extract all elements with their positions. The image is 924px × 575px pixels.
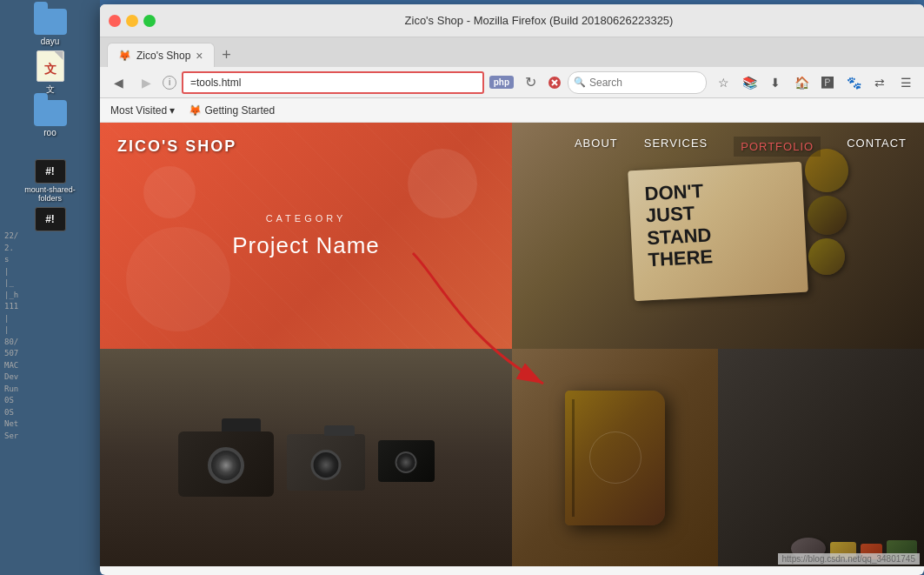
- getting-started-bookmark[interactable]: 🦊 Getting Started: [185, 103, 278, 118]
- spices-bg: https://blog.csdn.net/qq_34801745: [718, 349, 924, 566]
- camera-top-large: [222, 418, 261, 431]
- url-bar[interactable]: [182, 71, 484, 94]
- close-button[interactable]: [109, 15, 121, 27]
- desktop-icon-roo-label: roo: [43, 128, 56, 137]
- most-visited-bookmark[interactable]: Most Visited ▾: [107, 103, 178, 118]
- desktop-icon-roo[interactable]: roo: [34, 100, 67, 137]
- book-display-bg: [512, 349, 718, 566]
- back-button[interactable]: ◀: [107, 71, 130, 94]
- camera-medium: [287, 425, 365, 491]
- menu-button[interactable]: ☰: [894, 71, 917, 94]
- book-text: DON'TJUSTSTANDTHERE: [628, 162, 808, 284]
- active-tab[interactable]: 🦊 Zico's Shop ×: [107, 43, 215, 67]
- pocket-button[interactable]: 🅿: [816, 71, 839, 94]
- camera-lens-large: [208, 447, 244, 484]
- camera-lens-medium: [310, 450, 341, 480]
- title-bar: Zico's Shop - Mozilla Firefox (Build 201…: [100, 4, 924, 37]
- maximize-button[interactable]: [143, 15, 156, 27]
- desktop-icon-dayu[interactable]: dayu: [34, 9, 67, 46]
- tab-label: Zico's Shop: [136, 50, 190, 62]
- refresh-button[interactable]: ↻: [519, 71, 542, 94]
- window-title: Zico's Shop - Mozilla Firefox (Build 201…: [163, 14, 915, 27]
- camera-lens-inner: [216, 455, 236, 476]
- book-shape: DON'TJUSTSTANDTHERE: [628, 162, 808, 301]
- security-icon: [547, 75, 562, 90]
- extension-button[interactable]: 🐾: [842, 71, 865, 94]
- search-input[interactable]: [568, 71, 707, 94]
- most-visited-label: Most Visited ▾: [110, 104, 175, 117]
- camera-large: [178, 418, 274, 497]
- minimize-button[interactable]: [126, 15, 138, 27]
- website-content: ZICO'S SHOP ABOUT SERVICES PORTFOLIO CON…: [100, 123, 924, 575]
- sync-button[interactable]: ⇄: [868, 71, 891, 94]
- search-icon: 🔍: [574, 77, 586, 88]
- hero-panel-cameras[interactable]: [100, 349, 512, 566]
- book-scene: DON'TJUSTSTANDTHERE: [614, 157, 822, 314]
- book-circle-ornament: [589, 431, 641, 484]
- home-button[interactable]: 🏠: [790, 71, 813, 94]
- nav-portfolio[interactable]: PORTFOLIO: [734, 137, 821, 157]
- nav-icons-right: ☆ 📚 ⬇ 🏠 🅿 🐾 ⇄ ☰: [712, 71, 917, 94]
- desktop-sidebar: dayu 文 文 roo #! mount-shared-folders: [0, 0, 100, 575]
- tab-close-button[interactable]: ×: [196, 49, 203, 63]
- hero-panel-spices[interactable]: https://blog.csdn.net/qq_34801745: [718, 349, 924, 566]
- site-logo: ZICO'S SHOP: [117, 137, 236, 156]
- hero-panel-bottom-right: https://blog.csdn.net/qq_34801745: [512, 349, 924, 566]
- desktop-icon-dayu-label: dayu: [41, 37, 60, 46]
- hero-decoration-3: [143, 166, 196, 218]
- bookmark-star-button[interactable]: ☆: [712, 71, 735, 94]
- bookmarks-button[interactable]: 📚: [738, 71, 761, 94]
- desktop: dayu 文 文 roo #! mount-shared-folders: [0, 0, 924, 575]
- hero-decoration-2: [126, 227, 230, 331]
- getting-started-label: Getting Started: [204, 104, 275, 117]
- php-badge[interactable]: php: [489, 76, 514, 89]
- hero-panel-book[interactable]: [512, 349, 718, 566]
- sidebar-terminal-text: 22/ 2. s | |_ |_h 111 | | 80/ 507 MAC De…: [0, 228, 100, 445]
- forward-button[interactable]: ▶: [135, 71, 157, 94]
- desktop-icon-restart-label: mount-shared-folders: [20, 185, 81, 203]
- cameras-bg: [100, 349, 512, 566]
- url-bar-container: [182, 71, 484, 94]
- bookmarks-bar: Most Visited ▾ 🦊 Getting Started: [100, 98, 924, 123]
- window-controls: [109, 15, 156, 27]
- status-url: https://blog.csdn.net/qq_34801745: [778, 553, 920, 565]
- tab-bar: 🦊 Zico's Shop × +: [100, 37, 924, 67]
- nav-services[interactable]: SERVICES: [644, 137, 708, 157]
- hero-grid: CATEGORY Project Name DON'TJUSTSTANDTHER…: [100, 123, 924, 566]
- new-tab-button[interactable]: +: [216, 44, 237, 65]
- desktop-icon-text[interactable]: 文 文: [37, 50, 64, 96]
- nav-bar: ◀ ▶ i php ↻ 🔍 ☆: [100, 67, 924, 98]
- download-button[interactable]: ⬇: [764, 71, 787, 94]
- browser-window: Zico's Shop - Mozilla Firefox (Build 201…: [100, 4, 924, 575]
- book-spine: [572, 399, 575, 517]
- search-container: 🔍: [568, 71, 707, 94]
- site-header: ZICO'S SHOP ABOUT SERVICES PORTFOLIO CON…: [100, 123, 924, 170]
- desktop-icon-restart-vm-tools[interactable]: #! mount-shared-folders: [20, 159, 81, 203]
- site-nav: ABOUT SERVICES PORTFOLIO CONTACT: [575, 137, 907, 157]
- nav-about[interactable]: ABOUT: [575, 137, 618, 157]
- camera-lens-small: [396, 451, 417, 473]
- nav-contact[interactable]: CONTACT: [847, 137, 907, 157]
- leather-book: [565, 391, 665, 525]
- camera-small: [378, 434, 435, 482]
- camera-top-medium: [324, 425, 355, 436]
- info-icon: i: [163, 76, 176, 90]
